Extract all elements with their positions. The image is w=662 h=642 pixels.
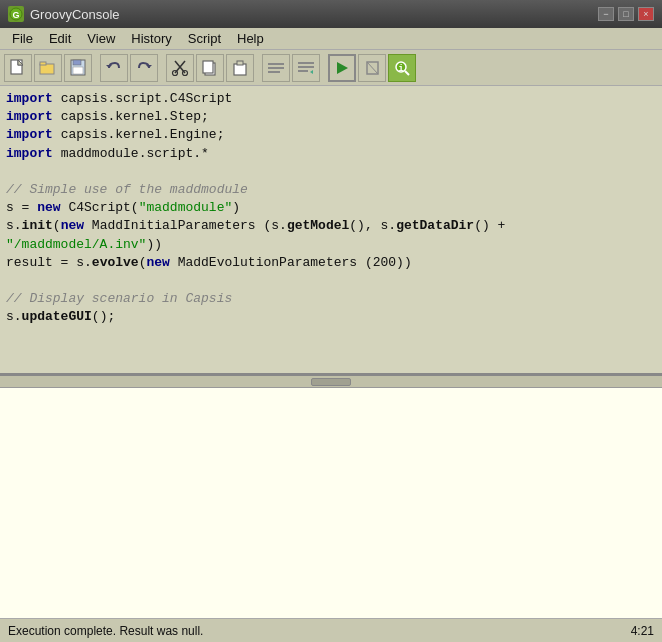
output-area[interactable] <box>0 388 662 618</box>
svg-line-29 <box>405 71 409 75</box>
svg-rect-5 <box>40 62 46 65</box>
svg-rect-22 <box>298 62 314 64</box>
code-line-11: // Display scenario in Capsis <box>6 290 656 308</box>
svg-rect-7 <box>73 60 81 65</box>
svg-rect-18 <box>237 61 243 65</box>
menu-view[interactable]: View <box>79 29 123 48</box>
close-button[interactable]: × <box>638 7 654 21</box>
run-button[interactable] <box>328 54 356 82</box>
menu-file[interactable]: File <box>4 29 41 48</box>
window-controls: − □ × <box>598 7 654 21</box>
titlebar: G GroovyConsole − □ × <box>0 0 662 28</box>
minimize-button[interactable]: − <box>598 7 614 21</box>
copy-button[interactable] <box>196 54 224 82</box>
code-line-1: import capsis.script.C4Script <box>6 90 656 108</box>
statusbar: Execution complete. Result was null. 4:2… <box>0 618 662 642</box>
code-line-9: result = s.evolve(new MaddEvolutionParam… <box>6 254 656 272</box>
svg-rect-19 <box>268 63 284 65</box>
code-line-12: s.updateGUI(); <box>6 308 656 326</box>
toolbar: i <box>0 50 662 86</box>
paste-button[interactable] <box>226 54 254 82</box>
svg-text:i: i <box>398 64 404 74</box>
code-line-7: s = new C4Script("maddmodule") <box>6 199 656 217</box>
editor-area[interactable]: import capsis.script.C4Script import cap… <box>0 86 662 376</box>
inspect-button[interactable]: i <box>388 54 416 82</box>
main-layout: import capsis.script.C4Script import cap… <box>0 86 662 618</box>
status-text: Execution complete. Result was null. <box>8 624 631 638</box>
menubar: File Edit View History Script Help <box>0 28 662 50</box>
app-icon: G <box>8 6 24 22</box>
replace-button[interactable] <box>292 54 320 82</box>
find-button[interactable] <box>262 54 290 82</box>
svg-rect-23 <box>298 66 314 68</box>
stop-button[interactable] <box>358 54 386 82</box>
svg-rect-17 <box>234 64 246 75</box>
svg-marker-9 <box>106 65 112 68</box>
open-button[interactable] <box>34 54 62 82</box>
code-line-8: s.init(new MaddInitialParameters (s.getM… <box>6 217 656 253</box>
code-line-10 <box>6 272 656 290</box>
menu-script[interactable]: Script <box>180 29 229 48</box>
svg-rect-24 <box>298 70 308 72</box>
clock: 4:21 <box>631 624 654 638</box>
code-line-2: import capsis.kernel.Step; <box>6 108 656 126</box>
code-line-4: import maddmodule.script.* <box>6 145 656 163</box>
svg-rect-21 <box>268 71 280 73</box>
menu-edit[interactable]: Edit <box>41 29 79 48</box>
undo-button[interactable] <box>100 54 128 82</box>
svg-rect-16 <box>203 61 213 73</box>
redo-button[interactable] <box>130 54 158 82</box>
code-line-3: import capsis.kernel.Engine; <box>6 126 656 144</box>
code-line-5 <box>6 163 656 181</box>
svg-text:G: G <box>12 10 19 20</box>
scrollbar-thumb[interactable] <box>311 378 351 386</box>
cut-button[interactable] <box>166 54 194 82</box>
svg-rect-8 <box>73 67 83 74</box>
new-button[interactable] <box>4 54 32 82</box>
menu-history[interactable]: History <box>123 29 179 48</box>
svg-marker-10 <box>146 65 152 68</box>
svg-rect-20 <box>268 67 284 69</box>
code-line-6: // Simple use of the maddmodule <box>6 181 656 199</box>
svg-marker-25 <box>337 62 348 74</box>
save-button[interactable] <box>64 54 92 82</box>
svg-line-27 <box>367 62 378 74</box>
menu-help[interactable]: Help <box>229 29 272 48</box>
horizontal-scrollbar[interactable] <box>0 376 662 388</box>
maximize-button[interactable]: □ <box>618 7 634 21</box>
window-title: GroovyConsole <box>30 7 598 22</box>
